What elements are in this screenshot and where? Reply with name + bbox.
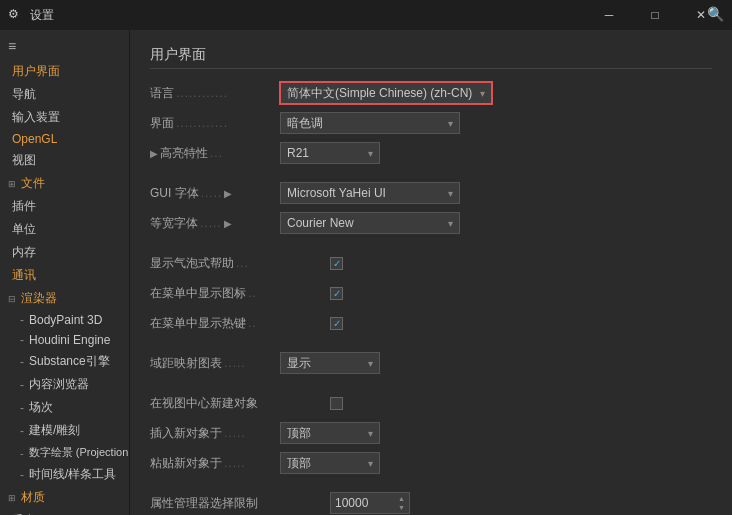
setting-row-theme: 界面 ............ 暗色调 ▾ [150,111,712,135]
sidebar-item-plugins[interactable]: 插件 [0,195,129,218]
sidebar-item-substance[interactable]: Substance引擎 [0,350,129,373]
setting-row-insert-new: 插入新对象于 ..... 顶部 ▾ [150,421,712,445]
sidebar-section-material[interactable]: ⊞材质 [0,486,129,509]
value-paste-new: 顶部 ▾ [280,452,712,474]
label-center-new: 在视图中心新建对象 [150,395,330,412]
select-gui-font[interactable]: Microsoft YaHei UI ▾ [280,182,460,204]
value-mono-font: Courier New ▾ [280,212,712,234]
select-paste-new[interactable]: 顶部 ▾ [280,452,380,474]
chevron-down-icon: ▾ [368,148,373,159]
minimize-button[interactable]: ─ [586,0,632,30]
sidebar-item-input-device[interactable]: 输入装置 [0,106,129,129]
value-icons [330,287,712,300]
app-icon: ⚙ [8,7,24,23]
arrow-right-icon: ▶ [224,218,232,229]
chevron-down-icon: ▾ [448,218,453,229]
spinner-up[interactable]: ▲ [398,494,405,503]
select-highlight[interactable]: R21 ▾ [280,142,380,164]
chevron-down-icon: ▾ [368,428,373,439]
value-hotkeys [330,317,712,330]
sidebar-item-opengl[interactable]: OpenGL [0,129,129,149]
sidebar-item-memory[interactable]: 内存 [0,241,129,264]
maximize-button[interactable]: □ [632,0,678,30]
label-attr-limit: 属性管理器选择限制 [150,495,330,512]
setting-row-hotkeys: 在菜单中显示热键 .. [150,311,712,335]
value-attr-limit: 10000 ▲ ▼ [330,492,712,514]
select-insert-new[interactable]: 顶部 ▾ [280,422,380,444]
sidebar-item-houdini[interactable]: Houdini Engine [0,330,129,350]
select-mono-font[interactable]: Courier New ▾ [280,212,460,234]
content-area: 用户界面 语言 ............ 简体中文(Simple Chinese… [130,30,732,515]
checkbox-bubble[interactable] [330,257,343,270]
value-language: 简体中文(Simple Chinese) (zh-CN) ▾ [280,82,712,104]
chevron-down-icon: ▾ [480,88,485,99]
renderer-expand-icon: ⊟ [8,294,16,304]
setting-row-viewport-map: 域距映射图表 ..... 显示 ▾ [150,351,712,375]
setting-row-language: 语言 ............ 简体中文(Simple Chinese) (zh… [150,81,712,105]
sidebar-menu-icon[interactable]: ≡ [0,34,129,60]
value-gui-font: Microsoft YaHei UI ▾ [280,182,712,204]
setting-row-icons: 在菜单中显示图标 .. [150,281,712,305]
spinner-down[interactable]: ▼ [398,503,405,512]
select-language[interactable]: 简体中文(Simple Chinese) (zh-CN) ▾ [280,82,492,104]
label-bubble: 显示气泡式帮助 ... [150,255,330,272]
sidebar-item-nav[interactable]: 导航 [0,83,129,106]
label-gui-font: GUI 字体 ..... ▶ [150,185,280,202]
setting-row-attr-limit: 属性管理器选择限制 10000 ▲ ▼ [150,491,712,515]
search-icon[interactable]: 🔍 [707,6,724,22]
sidebar-item-units[interactable]: 单位 [0,218,129,241]
chevron-down-icon: ▾ [448,188,453,199]
setting-row-gui-font: GUI 字体 ..... ▶ Microsoft YaHei UI ▾ [150,181,712,205]
sidebar-item-projection[interactable]: 数字绘景 (Projection Man [0,442,129,463]
label-icons: 在菜单中显示图标 .. [150,285,330,302]
label-viewport-map: 域距映射图表 ..... [150,355,280,372]
chevron-down-icon: ▾ [448,118,453,129]
label-insert-new: 插入新对象于 ..... [150,425,280,442]
sidebar-item-view[interactable]: 视图 [0,149,129,172]
window-controls: ─ □ ✕ [586,0,724,30]
label-theme: 界面 ............ [150,115,280,132]
checkbox-icons[interactable] [330,287,343,300]
label-hotkeys: 在菜单中显示热键 .. [150,315,330,332]
setting-row-bubble: 显示气泡式帮助 ... [150,251,712,275]
sidebar-item-fur[interactable]: 毛发 [0,509,129,515]
label-language: 语言 ............ [150,85,280,102]
window-title: 设置 [30,7,54,24]
sidebar-item-user-interface[interactable]: 用户界面 [0,60,129,83]
value-insert-new: 顶部 ▾ [280,422,712,444]
sidebar-item-content-browser[interactable]: 内容浏览器 [0,373,129,396]
sidebar-item-bodypaint[interactable]: BodyPaint 3D [0,310,129,330]
value-center-new [330,397,712,410]
value-theme: 暗色调 ▾ [280,112,712,134]
value-highlight: R21 ▾ [280,142,712,164]
content-title: 用户界面 [150,46,712,69]
checkbox-hotkeys[interactable] [330,317,343,330]
label-mono-font: 等宽字体 ..... ▶ [150,215,280,232]
setting-row-paste-new: 粘贴新对象于 ..... 顶部 ▾ [150,451,712,475]
label-paste-new: 粘贴新对象于 ..... [150,455,280,472]
setting-row-mono-font: 等宽字体 ..... ▶ Courier New ▾ [150,211,712,235]
select-viewport-map[interactable]: 显示 ▾ [280,352,380,374]
sidebar-item-timeline[interactable]: 时间线/样条工具 [0,463,129,486]
setting-row-center-new: 在视图中心新建对象 [150,391,712,415]
sidebar-item-comms[interactable]: 通讯 [0,264,129,287]
title-bar: ⚙ 设置 ─ □ ✕ [0,0,732,30]
expand-icon-highlight: ▶ [150,148,158,159]
select-theme[interactable]: 暗色调 ▾ [280,112,460,134]
material-expand-icon: ⊞ [8,493,16,503]
value-bubble [330,257,712,270]
sidebar-item-arch-carve[interactable]: 建模/雕刻 [0,419,129,442]
setting-row-highlight: ▶ 高亮特性 ... R21 ▾ [150,141,712,165]
chevron-down-icon: ▾ [368,458,373,469]
sidebar: ≡ 用户界面 导航 输入装置 OpenGL 视图 ⊞文件 插件 单位 内存 通讯… [0,30,130,515]
chevron-down-icon: ▾ [368,358,373,369]
spinner-attr-limit[interactable]: ▲ ▼ [398,494,405,512]
value-viewport-map: 显示 ▾ [280,352,712,374]
number-attr-limit[interactable]: 10000 ▲ ▼ [330,492,410,514]
sidebar-item-scene[interactable]: 场次 [0,396,129,419]
sidebar-section-renderer[interactable]: ⊟渲染器 [0,287,129,310]
arrow-right-icon: ▶ [224,188,232,199]
sidebar-section-file[interactable]: ⊞文件 [0,172,129,195]
checkbox-center-new[interactable] [330,397,343,410]
label-highlight: ▶ 高亮特性 ... [150,145,280,162]
